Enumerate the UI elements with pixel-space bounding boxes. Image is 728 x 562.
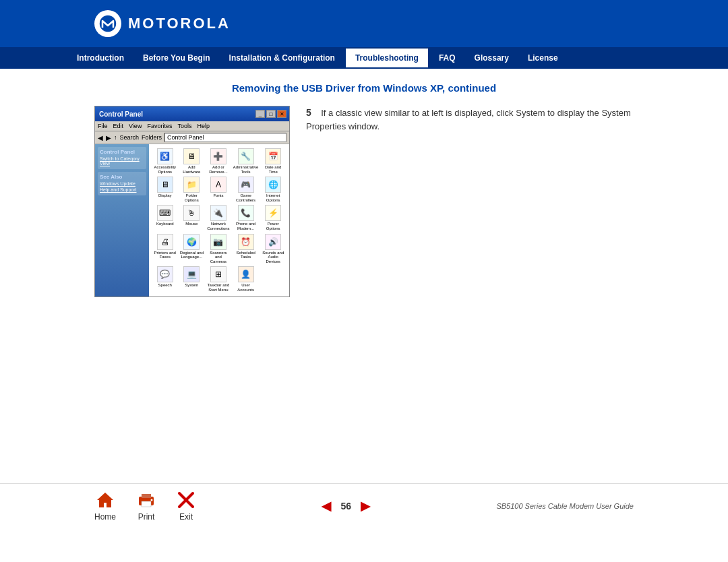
xp-network-icon: 🔌 xyxy=(210,205,226,221)
xp-folders-btn[interactable]: Folders xyxy=(142,134,162,141)
home-label: Home xyxy=(94,512,116,522)
next-page-arrow[interactable]: ▶ xyxy=(361,499,370,513)
xp-regional-icon: 🌍 xyxy=(183,234,200,250)
xp-icon-internet-options[interactable]: 🌐 Internet Options xyxy=(261,177,285,202)
exit-button[interactable]: Exit xyxy=(177,491,195,522)
xp-icon-users[interactable]: 👤 User Accounts xyxy=(233,266,259,292)
xp-menu-tools[interactable]: Tools xyxy=(177,123,191,129)
xp-icon-phone[interactable]: 📞 Phone and Modem... xyxy=(233,205,259,230)
content-area: Control Panel _ □ ✕ File Edit View Favor… xyxy=(94,106,634,297)
print-button[interactable]: Print xyxy=(136,491,156,522)
xp-taskbar-icon: ⊞ xyxy=(210,266,226,282)
xp-add-remove-icon: ➕ xyxy=(210,148,226,164)
nav-license[interactable]: License xyxy=(518,47,568,69)
home-icon xyxy=(96,491,115,509)
main-content: Removing the USB Driver from Windows XP,… xyxy=(0,69,728,311)
xp-see-also-title: See Also xyxy=(100,174,144,180)
xp-icon-folder-options[interactable]: 📁 Folder Options xyxy=(180,177,204,202)
step-text: If a classic view similar to at left is … xyxy=(306,108,631,131)
xp-icon-keyboard[interactable]: ⌨ Keyboard xyxy=(153,205,177,230)
xp-sidebar-section-see-also: See Also Windows Update Help and Support xyxy=(98,172,146,195)
step-content: 5 If a classic view similar to at left i… xyxy=(306,106,634,133)
svg-marker-1 xyxy=(97,493,113,507)
xp-accessibility-icon: ♿ xyxy=(157,148,173,164)
xp-users-icon: 👤 xyxy=(238,266,254,282)
exit-icon xyxy=(177,491,195,509)
xp-icon-taskbar[interactable]: ⊞ Taskbar and Start Menu xyxy=(206,266,231,292)
page-title: Removing the USB Driver from Windows XP,… xyxy=(94,82,634,94)
xp-icon-fonts[interactable]: A Fonts xyxy=(206,177,231,202)
xp-sidebar-section-main: Control Panel Switch to Category View xyxy=(98,147,146,169)
xp-help-support-link[interactable]: Help and Support xyxy=(100,187,144,192)
nav-introduction[interactable]: Introduction xyxy=(67,47,133,69)
xp-admin-icon: 🔧 xyxy=(238,148,254,164)
xp-up-btn[interactable]: ↑ xyxy=(114,134,117,141)
svg-rect-3 xyxy=(142,494,151,498)
xp-titlebar: Control Panel _ □ ✕ xyxy=(95,106,289,121)
xp-icon-scheduled[interactable]: ⏰ Scheduled Tasks xyxy=(233,234,259,264)
xp-icon-display[interactable]: 🖥 Display xyxy=(153,177,177,202)
motorola-logo-text: MOTOROLA xyxy=(128,15,231,32)
print-icon xyxy=(136,491,156,509)
footer: Home Print Exit ◀ xyxy=(0,483,728,522)
xp-display-icon: 🖥 xyxy=(157,177,173,193)
xp-icon-network[interactable]: 🔌 Network Connections xyxy=(206,205,231,230)
xp-keyboard-icon: ⌨ xyxy=(157,205,173,221)
xp-game-icon: 🎮 xyxy=(238,177,254,193)
xp-scanners-icon: 📷 xyxy=(210,234,226,250)
xp-icon-regional[interactable]: 🌍 Regional and Language... xyxy=(180,234,204,264)
xp-icon-mouse[interactable]: 🖱 Mouse xyxy=(180,205,204,230)
screenshot-container: Control Panel _ □ ✕ File Edit View Favor… xyxy=(94,106,290,297)
xp-icon-printers[interactable]: 🖨 Printers and Faxes xyxy=(153,234,177,264)
xp-search-btn[interactable]: Search xyxy=(120,134,140,141)
header: MOTOROLA xyxy=(0,0,728,47)
xp-minimize-btn[interactable]: _ xyxy=(255,110,265,118)
motorola-logo-symbol xyxy=(94,10,121,37)
xp-icons-area: ♿ Accessibility Options 🖥 Add Hardware ➕… xyxy=(149,144,289,296)
xp-icon-accessibility[interactable]: ♿ Accessibility Options xyxy=(153,148,177,174)
xp-icon-add-hardware[interactable]: 🖥 Add Hardware xyxy=(180,148,204,174)
xp-windows-update-link[interactable]: Windows Update xyxy=(100,181,144,186)
xp-icon-add-remove[interactable]: ➕ Add or Remove... xyxy=(206,148,231,174)
xp-datetime-icon: 📅 xyxy=(265,148,281,164)
nav-troubleshooting[interactable]: Troubleshooting xyxy=(344,47,429,69)
xp-icon-scanners[interactable]: 📷 Scanners and Cameras xyxy=(206,234,231,264)
exit-label: Exit xyxy=(179,512,193,522)
xp-menu-help[interactable]: Help xyxy=(197,123,210,129)
xp-scheduled-icon: ⏰ xyxy=(238,234,254,250)
xp-address-bar[interactable]: Control Panel xyxy=(164,133,286,142)
xp-menu-favorites[interactable]: Favorites xyxy=(147,123,172,129)
xp-title-text: Control Panel xyxy=(99,111,143,118)
xp-icon-game-controllers[interactable]: 🎮 Game Controllers xyxy=(233,177,259,202)
xp-back-btn[interactable]: ◀ xyxy=(98,134,103,142)
nav-faq[interactable]: FAQ xyxy=(429,47,465,69)
home-button[interactable]: Home xyxy=(94,491,116,522)
step-number: 5 xyxy=(306,107,311,118)
xp-internet-icon: 🌐 xyxy=(265,177,281,193)
xp-menu-view[interactable]: View xyxy=(129,123,142,129)
xp-forward-btn[interactable]: ▶ xyxy=(106,134,111,142)
xp-icon-sounds[interactable]: 🔊 Sounds and Audio Devices xyxy=(261,234,285,264)
xp-icon-system[interactable]: 💻 System xyxy=(180,266,204,292)
xp-body: Control Panel Switch to Category View Se… xyxy=(95,144,289,296)
xp-icon-date-time[interactable]: 📅 Date and Time xyxy=(261,148,285,174)
nav-installation[interactable]: Installation & Configuration xyxy=(220,47,344,69)
xp-titlebar-buttons: _ □ ✕ xyxy=(255,110,286,118)
xp-sidebar-title: Control Panel xyxy=(100,149,144,155)
prev-page-arrow[interactable]: ◀ xyxy=(322,499,331,513)
footer-nav: Home Print Exit xyxy=(94,491,195,522)
nav-glossary[interactable]: Glossary xyxy=(465,47,518,69)
xp-icon-speech[interactable]: 💬 Speech xyxy=(153,266,177,292)
xp-menu-edit[interactable]: Edit xyxy=(113,123,124,129)
xp-phone-icon: 📞 xyxy=(238,205,254,221)
xp-icon-power[interactable]: ⚡ Power Options xyxy=(261,205,285,230)
xp-add-hardware-icon: 🖥 xyxy=(183,148,200,164)
xp-maximize-btn[interactable]: □ xyxy=(266,110,276,118)
xp-switch-view-link[interactable]: Switch to Category View xyxy=(100,156,144,166)
xp-menu-file[interactable]: File xyxy=(98,123,108,129)
xp-icon-admin-tools[interactable]: 🔧 Administrative Tools xyxy=(233,148,259,174)
xp-close-btn[interactable]: ✕ xyxy=(277,110,286,118)
xp-toolbar: ◀ ▶ ↑ Search Folders Control Panel xyxy=(95,131,289,144)
footer-center: ◀ 56 ▶ xyxy=(322,499,370,513)
nav-before-you-begin[interactable]: Before You Begin xyxy=(133,47,220,69)
